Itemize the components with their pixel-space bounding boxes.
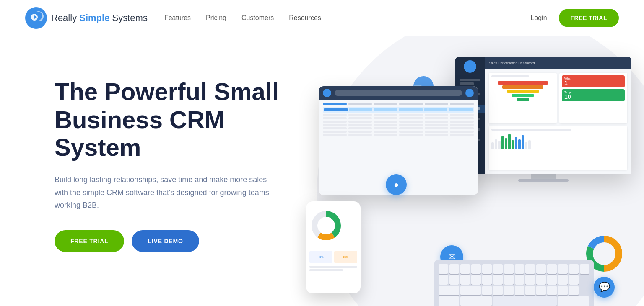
nav-pricing[interactable]: Pricing bbox=[206, 14, 226, 22]
nav-resources[interactable]: Resources bbox=[289, 14, 321, 22]
hero-right: Sales Performance Dashboard bbox=[306, 53, 619, 306]
monitor-content: Sales Performance Dashboard bbox=[485, 57, 631, 174]
free-trial-button-nav[interactable]: FREE TRIAL bbox=[559, 9, 619, 27]
chat-bubble-button[interactable]: 💬 bbox=[594, 277, 615, 298]
stat-card-red: What 1 bbox=[562, 75, 625, 87]
hero-title: The Powerful Small Business CRM System bbox=[55, 78, 306, 162]
hero-section: The Powerful Small Business CRM System B… bbox=[0, 36, 644, 306]
hero-subtitle: Build long lasting relationships, save t… bbox=[55, 173, 273, 212]
chat-icon: 💬 bbox=[599, 282, 610, 293]
tablet-topbar bbox=[319, 86, 478, 100]
nav-features[interactable]: Features bbox=[164, 14, 191, 22]
stat-card-green: Target 10 bbox=[562, 89, 625, 101]
logo-icon bbox=[25, 7, 47, 29]
logo-text: Really Simple Systems bbox=[51, 13, 148, 23]
free-trial-button-hero[interactable]: FREE TRIAL bbox=[55, 230, 124, 252]
bar-chart bbox=[491, 133, 625, 149]
funnel-chart bbox=[491, 80, 554, 103]
nav-links: Features Pricing Customers Resources bbox=[164, 14, 531, 22]
hero-buttons: FREE TRIAL LIVE DEMO bbox=[55, 230, 306, 252]
navbar: Really Simple Systems Features Pricing C… bbox=[0, 0, 644, 36]
login-link[interactable]: Login bbox=[530, 14, 547, 22]
hero-left: The Powerful Small Business CRM System B… bbox=[55, 53, 306, 252]
logo[interactable]: Really Simple Systems bbox=[25, 7, 148, 29]
nav-customers[interactable]: Customers bbox=[242, 14, 274, 22]
live-demo-button[interactable]: LIVE DEMO bbox=[132, 230, 199, 252]
phone-donut-chart bbox=[309, 209, 343, 242]
tablet-search-bar bbox=[335, 90, 462, 96]
nav-right: Login FREE TRIAL bbox=[530, 9, 619, 27]
float-user-icon: ● bbox=[386, 174, 407, 195]
monitor-mockup: Sales Performance Dashboard bbox=[455, 57, 631, 191]
tablet-avatar bbox=[323, 89, 331, 97]
keyboard-mockup bbox=[434, 260, 594, 306]
phone-mockup: 45% 35% bbox=[306, 201, 361, 293]
monitor-frame: Sales Performance Dashboard bbox=[455, 57, 631, 174]
